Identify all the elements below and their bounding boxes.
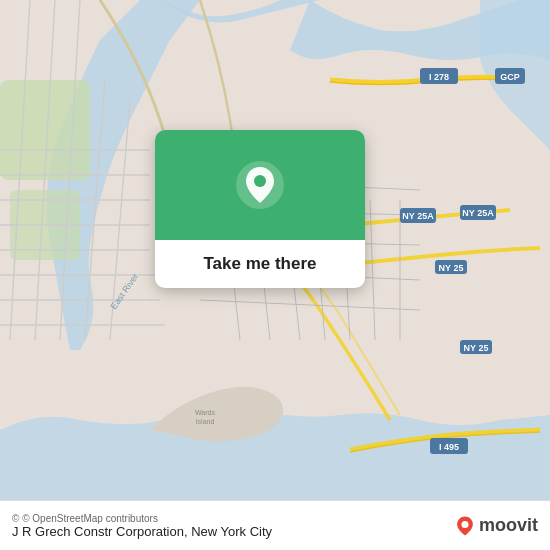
card: Take me there bbox=[155, 130, 365, 288]
take-me-there-button[interactable]: Take me there bbox=[203, 254, 316, 274]
moovit-logo: moovit bbox=[454, 515, 538, 537]
svg-text:NY 25A: NY 25A bbox=[462, 208, 494, 218]
moovit-text: moovit bbox=[479, 515, 538, 536]
attribution-container: © © OpenStreetMap contributorsJ R Grech … bbox=[12, 513, 454, 539]
svg-point-51 bbox=[461, 520, 468, 527]
card-top bbox=[155, 130, 365, 240]
svg-text:I 495: I 495 bbox=[439, 442, 459, 452]
bottom-bar: © © OpenStreetMap contributorsJ R Grech … bbox=[0, 500, 550, 550]
svg-text:Wards: Wards bbox=[195, 409, 215, 416]
location-text: J R Grech Constr Corporation, New York C… bbox=[12, 524, 454, 539]
card-bottom[interactable]: Take me there bbox=[155, 240, 365, 288]
map-container: I 278 GCP NY 25A NY 25A NY 25 NY 25A NY … bbox=[0, 0, 550, 500]
svg-text:GCP: GCP bbox=[500, 72, 520, 82]
location-pin-icon bbox=[234, 159, 286, 211]
map-attribution: © © OpenStreetMap contributors bbox=[12, 513, 454, 524]
svg-point-50 bbox=[254, 175, 266, 187]
svg-text:NY 25A: NY 25A bbox=[402, 211, 434, 221]
moovit-pin-icon bbox=[454, 515, 476, 537]
svg-text:NY 25: NY 25 bbox=[464, 343, 489, 353]
svg-text:Island: Island bbox=[196, 418, 215, 425]
svg-text:NY 25: NY 25 bbox=[439, 263, 464, 273]
svg-text:I 278: I 278 bbox=[429, 72, 449, 82]
